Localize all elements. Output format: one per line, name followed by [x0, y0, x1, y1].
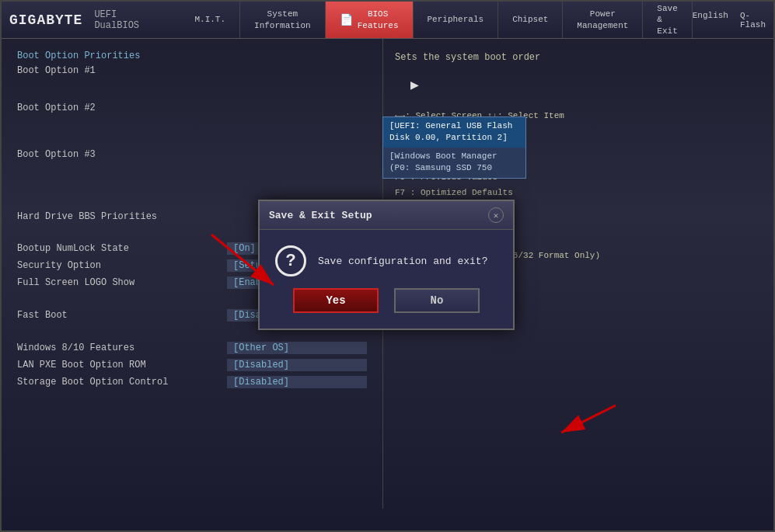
dialog-question-icon: ?	[275, 245, 306, 276]
dialog-yes-button[interactable]: Yes	[293, 288, 379, 313]
windows-features-value[interactable]: [Other OS]	[227, 342, 367, 354]
nav-tabs: M.I.T. System Information 📄 BIOS Feature…	[180, 2, 692, 38]
qflash-button[interactable]: Q-Flash	[740, 11, 766, 30]
full-screen-logo-label: Full Screen LOGO Show	[17, 277, 134, 288]
cursor-arrow-icon: ▶	[410, 76, 762, 93]
bios-container: GIGABYTE UEFI DualBIOS M.I.T. System Inf…	[0, 0, 775, 532]
bios-features-icon: 📄	[340, 13, 353, 26]
tab-system-information[interactable]: System Information	[240, 2, 326, 38]
tab-bios-features[interactable]: 📄 BIOS Features	[326, 2, 414, 38]
language-selector[interactable]: English	[693, 11, 728, 30]
tab-peripherals[interactable]: Peripherals	[414, 2, 499, 38]
uefi-dualbios-label: UEFI DualBIOS	[94, 9, 157, 31]
dialog-title-bar: Save & Exit Setup ✕	[260, 201, 513, 230]
boot-option-3-label: Boot Option #3	[17, 149, 96, 160]
windows-features-label: Windows 8/10 Features	[17, 342, 134, 353]
lan-pxe-label: LAN PXE Boot Option ROM	[17, 360, 146, 370]
key-help-line-5: F7 : Optimized Defaults	[395, 186, 762, 201]
windows-features-row[interactable]: Windows 8/10 Features [Other OS]	[17, 339, 367, 356]
security-option-label: Security Option	[17, 260, 101, 271]
boot-option-1-row[interactable]: Boot Option #1	[17, 63, 367, 78]
dialog-buttons: Yes No	[260, 288, 513, 329]
boot-dropdown-item-1[interactable]: [Windows Boot Manager (P0: Samsung SSD 7…	[383, 148, 525, 178]
help-text: Sets the system boot order	[395, 50, 762, 64]
storage-boot-value[interactable]: [Disabled]	[227, 376, 367, 388]
boot-priorities-group: Boot Option Priorities Boot Option #1	[17, 50, 367, 78]
nav-right-panel: English Q-Flash	[693, 11, 766, 30]
boot-option-3-row[interactable]: Boot Option #3	[17, 147, 367, 162]
storage-boot-label: Storage Boot Option Control	[17, 377, 168, 388]
boot-option-2-label: Boot Option #2	[17, 103, 96, 113]
boot-option-2-row[interactable]: Boot Option #2	[17, 100, 367, 116]
lan-pxe-value[interactable]: [Disabled]	[227, 359, 367, 371]
tab-power-management[interactable]: Power Management	[563, 2, 643, 38]
boot-priorities-label: Boot Option Priorities	[17, 50, 367, 61]
boot-option-1-label: Boot Option #1	[17, 65, 96, 76]
dialog-no-button[interactable]: No	[394, 288, 480, 313]
tab-save-exit[interactable]: Save & Exit	[643, 2, 692, 38]
dialog-content: ? Save configuration and exit?	[260, 230, 513, 288]
dialog-close-button[interactable]: ✕	[488, 207, 504, 223]
dialog-title: Save & Exit Setup	[269, 210, 372, 221]
bootup-numlock-label: Bootup NumLock State	[17, 243, 129, 254]
storage-boot-row[interactable]: Storage Boot Option Control [Disabled]	[17, 374, 367, 391]
tab-chipset[interactable]: Chipset	[498, 2, 563, 38]
fast-boot-label: Fast Boot	[17, 310, 68, 321]
lan-pxe-row[interactable]: LAN PXE Boot Option ROM [Disabled]	[17, 356, 367, 374]
tab-mit[interactable]: M.I.T.	[180, 2, 240, 38]
dialog-message: Save configuration and exit?	[318, 256, 487, 267]
boot-dropdown[interactable]: [UEFI: General USB Flash Disk 0.00, Part…	[382, 116, 526, 179]
save-exit-dialog: Save & Exit Setup ✕ ? Save configuration…	[258, 200, 515, 330]
header-bar: GIGABYTE UEFI DualBIOS M.I.T. System Inf…	[2, 2, 773, 39]
hard-drive-bbs-label: Hard Drive BBS Priorities	[17, 211, 157, 222]
gigabyte-logo: GIGABYTE	[9, 12, 82, 28]
boot-dropdown-item-0[interactable]: [UEFI: General USB Flash Disk 0.00, Part…	[383, 117, 525, 148]
